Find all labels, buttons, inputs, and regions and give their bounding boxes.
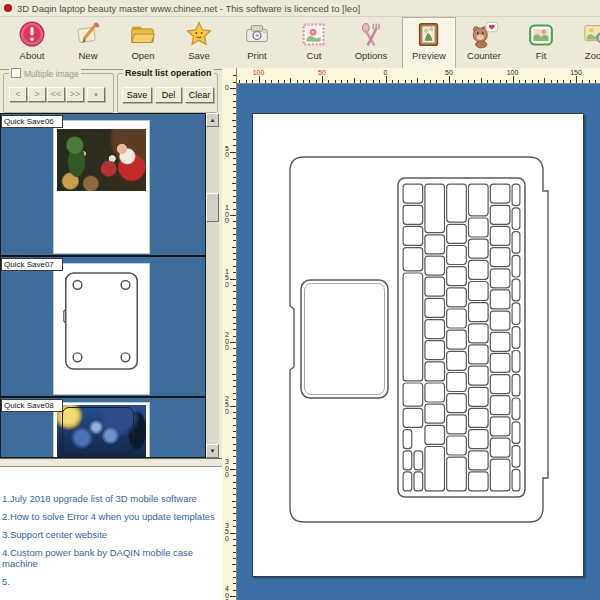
ruler-tick bbox=[233, 571, 236, 572]
ruler-tick bbox=[233, 234, 236, 235]
ruler-tick bbox=[233, 482, 236, 483]
ruler-tick bbox=[233, 494, 236, 495]
ruler-tick bbox=[233, 266, 236, 267]
ruler-tick bbox=[271, 80, 272, 83]
counter-button[interactable]: Counter bbox=[458, 18, 510, 67]
ruler-tick bbox=[563, 80, 564, 83]
window-title: 3D Daqin laptop beauty master www.chinee… bbox=[17, 3, 360, 14]
news-link-2[interactable]: 2.How to solve Error 4 when you update t… bbox=[2, 511, 220, 522]
options-button[interactable]: Options bbox=[345, 18, 397, 67]
ruler-tick bbox=[233, 526, 236, 527]
news-link-4[interactable]: 4.Custom power bank by DAQIN mobile case… bbox=[2, 547, 220, 569]
ruler-tick bbox=[232, 247, 237, 248]
result-clear-button[interactable]: Clear bbox=[185, 87, 214, 103]
ruler-tick bbox=[506, 80, 507, 83]
scroll-up-button[interactable]: ▲ bbox=[206, 113, 219, 127]
ruler-tick bbox=[233, 386, 236, 387]
zoom-button[interactable]: Zoom bbox=[571, 18, 600, 67]
ruler-tick bbox=[557, 80, 558, 83]
v-ruler-label: 400 bbox=[225, 586, 229, 600]
ruler-tick bbox=[297, 80, 298, 83]
design-canvas[interactable] bbox=[237, 84, 600, 600]
fit-button[interactable]: Fit bbox=[515, 18, 567, 67]
ruler-tick bbox=[232, 501, 237, 502]
ruler-tick bbox=[284, 80, 285, 83]
ruler-tick bbox=[233, 113, 236, 114]
about-button[interactable]: About bbox=[6, 18, 58, 67]
ruler-tick bbox=[532, 80, 533, 83]
ruler-tick bbox=[233, 82, 236, 83]
ruler-tick bbox=[360, 80, 361, 83]
ruler-tick bbox=[230, 215, 236, 216]
options-label: Options bbox=[345, 51, 397, 61]
scroll-down-button[interactable]: ▼ bbox=[206, 444, 219, 458]
preview-label: Preview bbox=[403, 51, 455, 61]
ruler-tick bbox=[233, 177, 236, 178]
ruler-tick bbox=[443, 80, 444, 83]
result-list-group: Result list operation SaveDelClear bbox=[117, 73, 218, 113]
thumbnail-card-3[interactable] bbox=[53, 402, 150, 458]
thumbnail-label-1: Quick Save06 bbox=[1, 115, 63, 128]
ruler-tick bbox=[233, 393, 236, 394]
thumbnail-card-1[interactable] bbox=[53, 120, 150, 254]
new-button[interactable]: New bbox=[62, 18, 114, 67]
print-button[interactable]: Print bbox=[231, 18, 283, 67]
ruler-tick bbox=[233, 539, 236, 540]
ruler-tick bbox=[233, 139, 236, 140]
ruler-tick bbox=[386, 76, 387, 83]
nav-prev-button[interactable]: < bbox=[9, 87, 27, 102]
save-icon bbox=[183, 19, 215, 51]
ruler-tick bbox=[417, 78, 418, 83]
v-ruler-label: 100 bbox=[225, 205, 229, 225]
ruler-tick bbox=[233, 399, 236, 400]
scrollbar-thumb[interactable] bbox=[206, 193, 219, 222]
ruler-tick bbox=[233, 164, 236, 165]
nav-next-button[interactable]: > bbox=[28, 87, 46, 102]
ruler-tick bbox=[233, 107, 236, 108]
open-button[interactable]: Open bbox=[117, 18, 169, 67]
ruler-tick bbox=[233, 450, 236, 451]
ruler-tick bbox=[405, 80, 406, 83]
news-link-3[interactable]: 3.Support center website bbox=[2, 529, 220, 540]
ruler-tick bbox=[519, 80, 520, 83]
ruler-tick bbox=[341, 80, 342, 83]
quick-save-list[interactable]: Quick Save06 Quick Save07Quick Save08 bbox=[0, 113, 219, 458]
ruler-tick bbox=[233, 240, 236, 241]
ruler-tick bbox=[233, 158, 236, 159]
ruler-tick bbox=[232, 310, 237, 311]
preview-button[interactable]: Preview bbox=[402, 17, 456, 69]
ruler-tick bbox=[233, 145, 236, 146]
ruler-tick bbox=[481, 78, 482, 83]
ruler-tick bbox=[436, 80, 437, 83]
thumbnail-card-2[interactable] bbox=[53, 263, 150, 395]
template-outline-overlay bbox=[62, 407, 134, 455]
ruler-tick bbox=[233, 101, 236, 102]
cut-button[interactable]: Cut bbox=[288, 18, 340, 67]
paper-sheet bbox=[252, 113, 584, 577]
ruler-tick bbox=[233, 126, 236, 127]
ruler-tick bbox=[233, 475, 236, 476]
news-link-1[interactable]: 1.July 2018 upgrade list of 3D mobile so… bbox=[2, 493, 220, 504]
options-icon bbox=[355, 19, 387, 51]
list-scrollbar[interactable]: ▲ ▼ bbox=[205, 113, 219, 458]
counter-label: Counter bbox=[458, 51, 510, 61]
ruler-tick bbox=[316, 80, 317, 83]
toolbar: About New Open Save Print Cut Options Pr… bbox=[0, 17, 600, 70]
news-links: 1.July 2018 upgrade list of 3D mobile so… bbox=[0, 467, 222, 600]
image-dropdown-button[interactable]: ▾ bbox=[87, 87, 105, 102]
multiple-image-checkbox[interactable] bbox=[11, 68, 21, 78]
ruler-tick bbox=[303, 80, 304, 83]
nav-last-button[interactable]: >> bbox=[66, 87, 84, 102]
ruler-tick bbox=[230, 152, 236, 153]
panel-divider bbox=[0, 458, 222, 467]
ruler-tick bbox=[347, 80, 348, 83]
news-link-5[interactable]: 5. bbox=[2, 576, 220, 587]
nav-first-button[interactable]: << bbox=[47, 87, 65, 102]
ruler-tick bbox=[233, 291, 236, 292]
save-button[interactable]: Save bbox=[173, 18, 225, 67]
ruler-tick bbox=[233, 513, 236, 514]
result-save-button[interactable]: Save bbox=[122, 87, 152, 103]
result-del-button[interactable]: Del bbox=[155, 87, 182, 103]
title-bar[interactable]: 3D Daqin laptop beauty master www.chinee… bbox=[0, 0, 600, 17]
ruler-tick bbox=[233, 367, 236, 368]
